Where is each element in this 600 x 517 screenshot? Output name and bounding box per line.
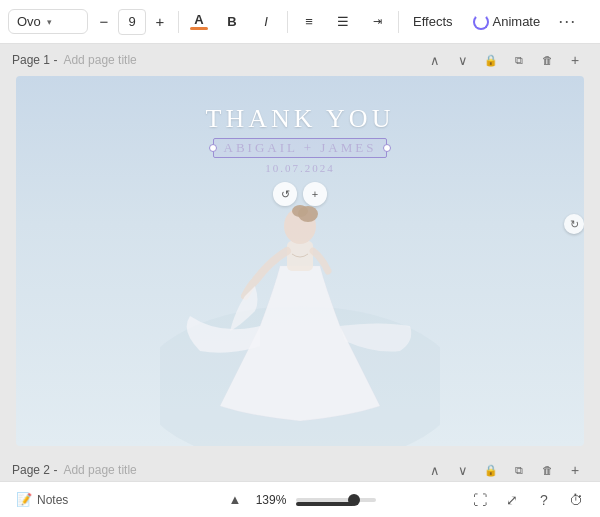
bold-label: B [227,14,236,29]
names-text-box[interactable]: ABIGAIL + JAMES [213,138,388,158]
more-options-button[interactable]: ··· [552,7,582,37]
page2-copy-icon: ⧉ [515,464,523,477]
page2-copy-button[interactable]: ⧉ [506,457,532,481]
page2-actions: ∧ ∨ 🔒 ⧉ 🗑 + [422,457,588,481]
names-text-wrapper: ABIGAIL + JAMES [213,138,388,158]
page2-lock-button[interactable]: 🔒 [478,457,504,481]
notes-label: Notes [37,493,68,507]
up-arrow-icon: ∧ [430,53,440,68]
font-name-label: Ovo [17,14,41,29]
page2-up-button[interactable]: ∧ [422,457,448,481]
date-text: 10.07.2024 [265,162,335,174]
font-color-button[interactable]: A [185,7,213,37]
notes-icon: 📝 [16,492,32,507]
font-selector[interactable]: Ovo ▾ [8,9,88,34]
page1-delete-button[interactable]: 🗑 [534,47,560,73]
page2-label-left: Page 2 - Add page title [12,463,137,477]
page2-add-button[interactable]: + [562,457,588,481]
font-size-input[interactable] [118,9,146,35]
bottom-left: 📝 Notes [10,488,74,511]
page2-delete-icon: 🗑 [542,464,553,476]
resize-handle-right[interactable] [383,144,391,152]
main-toolbar: Ovo ▾ − + A B I ≡ ☰ ⇥ Effects Animate [0,0,600,44]
main-editing-area: Page 1 - Add page title ∧ ∨ 🔒 ⧉ [0,44,600,481]
zoom-slider[interactable] [296,498,376,502]
svg-point-4 [292,205,308,217]
font-color-label: A [194,13,203,26]
font-size-increase-button[interactable]: + [148,10,172,34]
page2-section: Page 2 - Add page title ∧ ∨ 🔒 ⧉ [0,454,600,481]
lock-icon: 🔒 [484,54,498,67]
canvas-page1[interactable]: THANK YOU ABIGAIL + JAMES 10.07.2024 [16,76,584,446]
bold-button[interactable]: B [217,7,247,37]
rotate-icon[interactable]: ↻ [564,214,584,234]
timer-button[interactable]: ⏱ [562,486,590,514]
fullscreen-icon: ⛶ [473,492,487,508]
page2-add-icon: + [571,462,579,478]
toolbar-divider-3 [398,11,399,33]
page1-up-button[interactable]: ∧ [422,47,448,73]
resize-handle-left[interactable] [209,144,217,152]
expand-button[interactable]: ⤢ [498,486,526,514]
zoom-value-label: 139% [254,493,288,507]
effects-button[interactable]: Effects [405,10,461,33]
toolbar-divider-2 [287,11,288,33]
bottom-right: ⛶ ⤢ ? ⏱ [466,486,590,514]
effects-label: Effects [413,14,453,29]
copy-icon: ⧉ [515,54,523,67]
names-text: ABIGAIL + JAMES [224,140,377,156]
canvas-scroll-handle: ↻ [564,214,584,234]
font-size-decrease-button[interactable]: − [92,10,116,34]
help-button[interactable]: ? [530,486,558,514]
bride-illustration [160,186,440,446]
font-size-control: − + [92,9,172,35]
page1-actions: ∧ ∨ 🔒 ⧉ 🗑 + [422,47,588,73]
thank-you-text: THANK YOU [206,104,395,134]
timer-icon: ⏱ [569,492,583,508]
animate-button[interactable]: Animate [465,10,549,34]
page1-add-button[interactable]: + [562,47,588,73]
font-color-indicator [190,27,208,30]
page1-number-label: Page 1 - [12,53,57,67]
animate-label: Animate [493,14,541,29]
align-icon: ≡ [305,14,313,29]
align-button[interactable]: ≡ [294,7,324,37]
expand-icon: ⤢ [506,492,518,508]
list-icon: ☰ [337,14,349,29]
page2-down-button[interactable]: ∨ [450,457,476,481]
indent-button[interactable]: ⇥ [362,7,392,37]
zoom-slider-thumb[interactable] [348,494,360,506]
font-selector-chevron: ▾ [47,17,52,27]
fullscreen-button[interactable]: ⛶ [466,486,494,514]
down-arrow-icon: ∨ [458,53,468,68]
bottom-center: ▲ 139% [224,489,376,511]
canvas-page1-container: THANK YOU ABIGAIL + JAMES 10.07.2024 [16,76,584,446]
toolbar-divider-1 [178,11,179,33]
zoom-out-icon: ▲ [229,492,242,507]
page1-section: Page 1 - Add page title ∧ ∨ 🔒 ⧉ [0,44,600,446]
italic-button[interactable]: I [251,7,281,37]
delete-icon: 🗑 [542,54,553,66]
page1-label-left: Page 1 - Add page title [12,53,137,67]
page2-lock-icon: 🔒 [484,464,498,477]
zoom-slider-fill [296,502,354,506]
animate-icon [473,14,489,30]
list-button[interactable]: ☰ [328,7,358,37]
page2-add-title[interactable]: Add page title [63,463,136,477]
page2-label-row: Page 2 - Add page title ∧ ∨ 🔒 ⧉ [8,454,592,481]
add-page-icon: + [571,52,579,68]
page1-add-title[interactable]: Add page title [63,53,136,67]
page2-down-arrow-icon: ∨ [458,463,468,478]
help-icon: ? [540,492,548,508]
notes-button[interactable]: 📝 Notes [10,488,74,511]
page1-down-button[interactable]: ∨ [450,47,476,73]
italic-label: I [264,14,268,29]
page2-up-arrow-icon: ∧ [430,463,440,478]
svg-rect-1 [287,241,313,271]
page2-delete-button[interactable]: 🗑 [534,457,560,481]
page1-copy-button[interactable]: ⧉ [506,47,532,73]
zoom-out-button[interactable]: ▲ [224,489,246,511]
bottom-bar: 📝 Notes ▲ 139% ⛶ ⤢ ? ⏱ [0,481,600,517]
page1-lock-button[interactable]: 🔒 [478,47,504,73]
indent-icon: ⇥ [373,15,382,28]
